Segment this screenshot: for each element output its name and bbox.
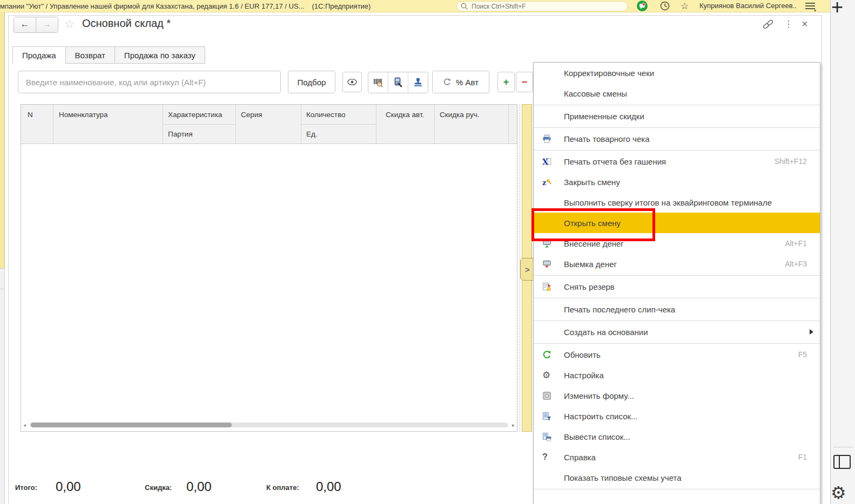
left-collapsed-panel-lower	[0, 268, 5, 504]
scrollbar-thumb[interactable]	[31, 423, 232, 427]
tab-return[interactable]: Возврат	[66, 46, 115, 64]
close-icon[interactable]: ×	[802, 18, 808, 30]
menu-item-refresh[interactable]: ОбновитьF5	[534, 344, 820, 365]
stamp-button[interactable]	[408, 72, 428, 93]
current-user[interactable]: Куприянов Василий Сергеев...	[699, 2, 797, 10]
back-button[interactable]: ←	[14, 17, 36, 32]
tab-sale-by-order[interactable]: Продажа по заказу	[115, 46, 205, 64]
menu-separator	[534, 297, 820, 299]
main-menu-burger-icon[interactable]: ▾	[804, 1, 816, 11]
pick-button[interactable]: Подбор	[288, 71, 335, 93]
configure-list-icon	[542, 412, 551, 421]
x-report-icon: X	[542, 157, 552, 166]
col-header-batch[interactable]: Партия	[168, 130, 192, 138]
menu-item-cash-withdrawal[interactable]: Выемка денегAlt+F3	[534, 254, 820, 274]
cash-in-icon	[542, 239, 551, 248]
scrollbar-track[interactable]	[30, 423, 508, 427]
global-search-input[interactable]	[470, 2, 618, 11]
col-header-n[interactable]: N	[28, 111, 33, 119]
menu-item-change-form[interactable]: Изменить форму...	[534, 385, 820, 406]
item-search-box[interactable]	[18, 71, 281, 93]
history-clock-icon[interactable]	[660, 1, 670, 11]
cash-out-icon	[542, 260, 551, 269]
discussions-icon[interactable]	[636, 0, 648, 12]
menu-item-show-accounting-schemes[interactable]: Показать типовые схемы учета	[534, 467, 820, 488]
menu-item-acquiring-reconciliation[interactable]: Выполнить сверку итогов на эквайринговом…	[534, 192, 820, 213]
add-row-button[interactable]: +	[497, 72, 515, 92]
data-terminal-icon	[393, 77, 403, 88]
new-tab-plus-icon[interactable]: +	[831, 0, 843, 19]
menu-item-help[interactable]: ? СправкаF1	[534, 447, 820, 467]
settings-gear-icon[interactable]: ⚙	[831, 482, 846, 503]
menu-item-print-last-slip[interactable]: Печать последнего слип-чека	[534, 299, 820, 319]
menu-separator	[534, 319, 820, 322]
svg-text:z: z	[542, 178, 546, 186]
to-pay-label: К оплате:	[266, 483, 299, 492]
app-suffix: (1С:Предприятие)	[312, 2, 371, 10]
expand-panel-chevron-icon[interactable]: >	[520, 258, 535, 281]
discount-value: 0,00	[186, 479, 212, 494]
col-header-unit[interactable]: Ед.	[306, 130, 318, 138]
menu-item-configure-list[interactable]: Настроить список...	[534, 406, 820, 426]
menu-item-print-x-report[interactable]: X Печать отчета без гашенияShift+F12	[534, 151, 820, 172]
items-table[interactable]: N Номенклатура Характеристика Партия Сер…	[21, 104, 517, 432]
menu-item-settings[interactable]: ⚙ Настройка	[534, 365, 820, 385]
menu-item-open-shift[interactable]: Открыть смену	[534, 213, 820, 233]
add-favorite-star-icon[interactable]: ☆	[64, 17, 75, 31]
get-link-icon[interactable]	[762, 19, 775, 29]
menu-item-output-list[interactable]: Вывести список...	[534, 426, 820, 447]
more-actions-icon[interactable]: ⋮	[784, 18, 793, 30]
col-header-discount-manual[interactable]: Скидка руч.	[440, 111, 479, 119]
edit-form-icon	[542, 391, 551, 400]
col-header-quantity[interactable]: Количество	[306, 111, 346, 119]
menu-separator	[534, 342, 820, 344]
menu-separator	[534, 149, 820, 151]
scroll-right-icon[interactable]: ▸	[512, 422, 515, 428]
page-title: Основной склад *	[82, 17, 171, 30]
stamp-icon	[413, 77, 423, 88]
menu-item-cash-deposit[interactable]: Внесение денегAlt+F1	[534, 233, 820, 254]
eye-icon	[347, 78, 358, 86]
menu-item-remove-reserve[interactable]: Снять резерв	[534, 276, 820, 297]
svg-text:X: X	[542, 157, 548, 166]
favorites-star-icon[interactable]: ☆	[681, 1, 689, 12]
menu-item-print-sales-receipt[interactable]: Печать товарного чека	[534, 128, 820, 149]
barcode-scan-button[interactable]	[368, 72, 388, 93]
remove-row-button[interactable]: −	[516, 72, 533, 92]
refresh-green-icon	[542, 350, 551, 359]
auto-discount-button[interactable]: % Авт	[432, 71, 489, 93]
menu-item-close-shift[interactable]: z Закрыть смену	[534, 172, 820, 192]
menu-item-applied-discounts[interactable]: Примененные скидки	[534, 106, 820, 126]
discount-label: Скидка:	[145, 483, 172, 492]
col-header-characteristic[interactable]: Характеристика	[168, 111, 222, 119]
col-header-discount-auto[interactable]: Скидка авт.	[386, 111, 424, 119]
menu-item-create-based-on[interactable]: Создать на основании	[534, 322, 820, 342]
scroll-left-icon[interactable]: ◂	[23, 422, 26, 428]
left-panel-divider	[0, 289, 4, 289]
window-title: мпании "Уют" / Управление нашей фирмой д…	[0, 2, 304, 10]
right-sidebar	[830, 0, 855, 504]
total-label: Итого:	[15, 483, 37, 492]
history-nav: ← →	[14, 17, 58, 33]
view-button[interactable]	[342, 72, 362, 92]
global-search-box[interactable]	[456, 1, 628, 11]
col-header-series[interactable]: Серия	[241, 111, 262, 119]
forward-button[interactable]: →	[36, 17, 58, 32]
z-report-icon: z	[542, 178, 552, 187]
menu-separator	[534, 488, 820, 490]
help-icon: ?	[542, 452, 548, 462]
menu-item-correction-receipts[interactable]: Корректировочные чеки	[534, 63, 820, 83]
side-panel-icon[interactable]	[833, 455, 851, 469]
tab-sale[interactable]: Продажа	[12, 46, 66, 64]
item-search-input[interactable]	[25, 77, 275, 87]
horizontal-scrollbar[interactable]: ◂ ▸	[22, 420, 516, 430]
menu-item-cash-shifts[interactable]: Кассовые смены	[534, 83, 820, 104]
left-collapsed-panel[interactable]	[0, 12, 5, 268]
menu-separator	[534, 274, 820, 276]
menu-separator	[534, 104, 820, 106]
col-header-nomenclature[interactable]: Номенклатура	[59, 111, 108, 119]
terminal-button[interactable]	[388, 72, 408, 93]
submenu-arrow-icon	[810, 329, 813, 335]
print-list-icon	[542, 432, 551, 441]
menu-separator	[534, 126, 820, 128]
